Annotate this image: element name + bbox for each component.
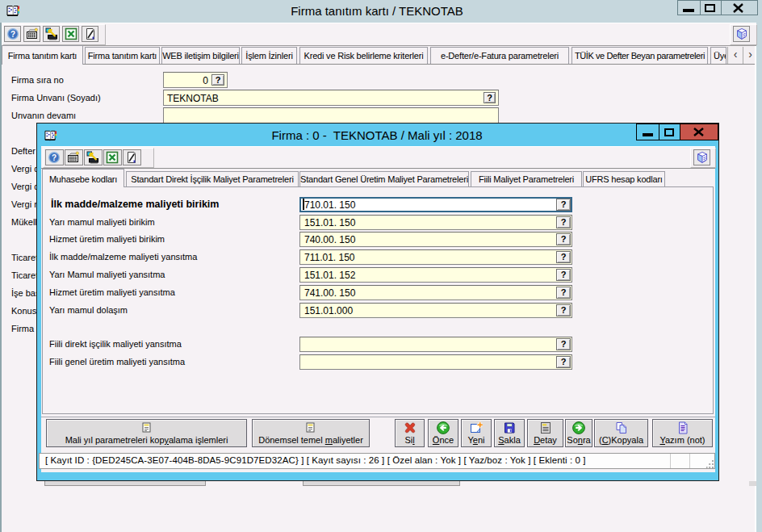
- svg-text:?: ?: [52, 153, 57, 162]
- svg-text:?: ?: [10, 30, 15, 39]
